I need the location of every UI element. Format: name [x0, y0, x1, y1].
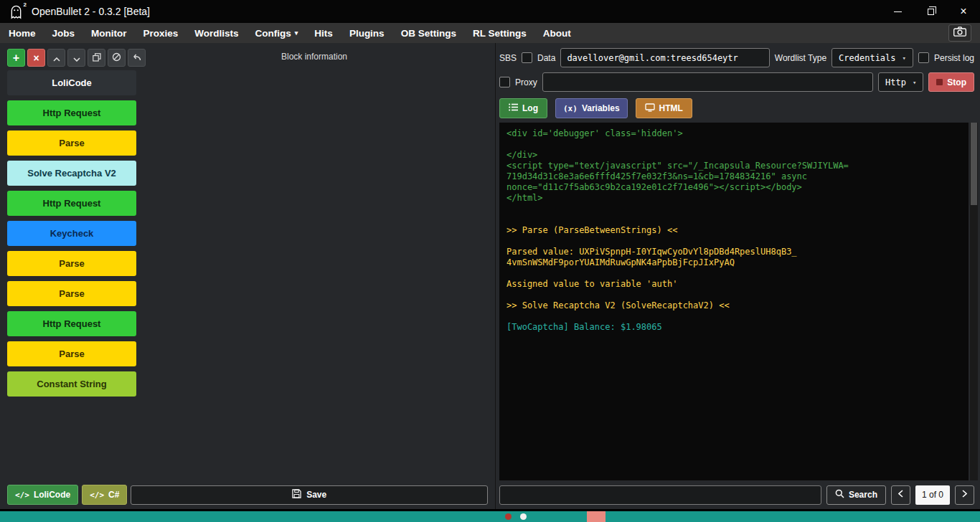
debugger-footer: Search 1 of 0	[499, 485, 974, 505]
debugger-tabs: Log (x) Variables HTML	[499, 98, 692, 118]
chevron-down-icon: ▾	[295, 29, 298, 37]
taskbar-item[interactable]	[587, 511, 606, 522]
tab-log[interactable]: Log	[499, 98, 547, 118]
taskbar-item[interactable]	[505, 513, 512, 520]
persist-log-checkbox[interactable]	[918, 52, 929, 63]
log-line: </div>	[507, 150, 961, 161]
log-line	[507, 311, 961, 322]
delete-block-button[interactable]: ×	[27, 49, 45, 67]
stacker-footer: </> LoliCode </> C# Save	[7, 485, 488, 505]
proxy-label: Proxy	[515, 77, 537, 87]
stop-button-label: Stop	[947, 77, 966, 87]
block-lolicode[interactable]: LoliCode	[7, 70, 136, 95]
undo-icon	[132, 52, 141, 65]
proxy-checkbox[interactable]	[499, 77, 510, 87]
debug-log: <div id='debugger' class='hidden'> </div…	[499, 123, 969, 480]
stop-button[interactable]: Stop	[928, 72, 974, 92]
block-http-request[interactable]: Http Request	[7, 311, 136, 336]
sbs-checkbox[interactable]	[522, 52, 532, 63]
menu-item-proxies[interactable]: Proxies	[143, 28, 179, 39]
block-parse[interactable]: Parse	[7, 130, 136, 156]
wordlist-type-dropdown[interactable]: Credentials ▾	[831, 48, 913, 67]
code-icon: </>	[15, 490, 29, 500]
tab-html-label: HTML	[659, 103, 683, 113]
log-search-input[interactable]	[499, 485, 821, 505]
scrollbar-thumb[interactable]	[971, 123, 977, 205]
persist-log-label: Persist log	[934, 53, 974, 63]
block-parse[interactable]: Parse	[7, 281, 136, 306]
block-http-request[interactable]: Http Request	[7, 100, 136, 125]
chevron-up-icon	[53, 52, 60, 65]
lolicode-view-button[interactable]: </> LoliCode	[7, 485, 78, 505]
window-controls: ×	[881, 0, 980, 23]
menu-item-configs[interactable]: Configs▾	[255, 28, 298, 39]
menu-item-monitor[interactable]: Monitor	[91, 28, 127, 39]
move-up-button[interactable]	[47, 49, 65, 67]
openbullet-logo-icon: 2	[7, 2, 24, 21]
debugger-proxy-row: Proxy Http ▾ Stop	[499, 72, 974, 92]
menu-item-rl-settings[interactable]: RL Settings	[473, 28, 527, 39]
block-constant-string[interactable]: Constant String	[7, 371, 136, 397]
block-parse[interactable]: Parse	[7, 251, 136, 276]
proxy-type-dropdown[interactable]: Http ▾	[878, 72, 923, 92]
block-parse[interactable]: Parse	[7, 341, 136, 366]
log-line	[507, 268, 961, 279]
log-line: Assigned value to variable 'auth'	[507, 279, 961, 290]
menu-item-hits[interactable]: Hits	[314, 28, 333, 39]
x-icon: ×	[33, 53, 39, 63]
log-line	[507, 290, 961, 300]
log-line: [TwoCaptcha] Balance: $1.98065	[507, 322, 961, 333]
next-match-button[interactable]	[955, 485, 974, 505]
taskbar-item[interactable]	[520, 513, 527, 520]
add-block-button[interactable]: +	[7, 49, 25, 67]
titlebar: 2 OpenBullet 2 - 0.3.2 [Beta] ×	[0, 0, 980, 23]
windows-taskbar[interactable]	[0, 511, 980, 522]
menu-item-home[interactable]: Home	[9, 28, 36, 39]
log-scrollbar[interactable]	[970, 123, 978, 480]
block-keycheck[interactable]: Keycheck	[7, 221, 136, 246]
clone-block-button[interactable]	[88, 49, 105, 67]
screenshot-button[interactable]	[948, 24, 971, 42]
close-button[interactable]: ×	[947, 0, 980, 23]
menu-item-plugins[interactable]: Plugins	[349, 28, 385, 39]
log-line: 4vmSnWSMdF9porYUAIMdRuwGpNK4aPpbBjFcpJIx…	[507, 257, 961, 268]
match-counter: 1 of 0	[915, 485, 950, 505]
menu-item-label: Jobs	[52, 28, 75, 39]
restore-icon	[928, 9, 934, 15]
minimize-button[interactable]	[881, 0, 914, 23]
csharp-view-button[interactable]: </> C#	[82, 485, 127, 505]
menu-item-label: Wordlists	[194, 28, 238, 39]
tab-variables-label: Variables	[582, 103, 620, 113]
log-line	[507, 204, 961, 214]
maximize-button[interactable]	[914, 0, 947, 23]
menu-item-wordlists[interactable]: Wordlists	[194, 28, 238, 39]
menu-item-jobs[interactable]: Jobs	[52, 28, 75, 39]
save-button[interactable]: Save	[131, 485, 488, 505]
tab-variables[interactable]: (x) Variables	[555, 98, 628, 118]
wordlist-type-value: Credentials	[839, 53, 895, 63]
previous-match-button[interactable]	[891, 485, 910, 505]
log-line: <div id='debugger' class='hidden'>	[507, 128, 961, 139]
menu-item-label: Home	[9, 28, 36, 39]
block-info-title: Block information	[143, 52, 485, 62]
main-content: + ×	[0, 43, 980, 509]
block-solve-recaptcha-v2[interactable]: Solve Recaptcha V2	[7, 161, 136, 186]
disable-block-button[interactable]	[108, 49, 126, 67]
data-input[interactable]	[560, 48, 769, 67]
menu-item-label: Plugins	[349, 28, 385, 39]
block-http-request[interactable]: Http Request	[7, 191, 136, 216]
save-icon	[292, 489, 301, 500]
lolicode-button-label: LoliCode	[34, 490, 70, 500]
ban-icon	[112, 52, 121, 65]
log-line: Parsed value: UXPiVSpnpH-I0YIqwCyoDvYl8p…	[507, 247, 961, 257]
list-icon	[509, 103, 518, 113]
tab-html[interactable]: HTML	[636, 98, 692, 118]
chevron-down-icon	[73, 52, 80, 65]
move-down-button[interactable]	[67, 49, 85, 67]
menu-item-about[interactable]: About	[543, 28, 571, 39]
search-button[interactable]: Search	[826, 485, 886, 505]
sbs-label: SBS	[499, 53, 517, 63]
proxy-input[interactable]	[542, 72, 873, 92]
menu-item-ob-settings[interactable]: OB Settings	[401, 28, 456, 39]
debugger-data-row: SBS Data Wordlist Type Credentials ▾ Per…	[499, 48, 974, 67]
